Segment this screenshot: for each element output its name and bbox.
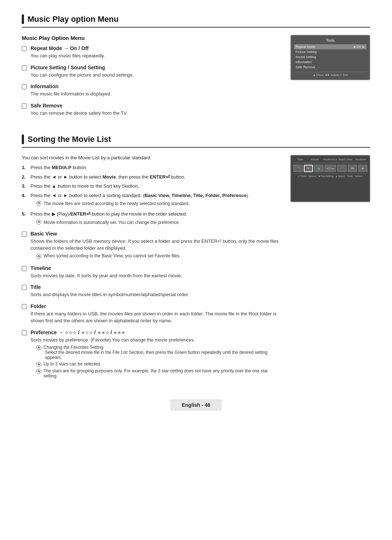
section1-title: Music Play option Menu [22, 15, 370, 28]
note-icon-pref2: N [36, 362, 41, 367]
tv-screenshot-music: Tools Repeat Mode ◄ On ► Picture Setting… [290, 35, 370, 80]
note-icon-4: N [36, 201, 41, 206]
tv-menu-saferemove: Safe Remove [294, 65, 367, 70]
note-icon-pref3: N [36, 369, 41, 374]
check-label-folder: Folder [30, 303, 283, 309]
section2-intro: You can sort movies in the Movie List by… [22, 155, 283, 160]
checkbox-title [22, 285, 27, 290]
check-desc-saferemove: You can remove the device safely from th… [30, 110, 283, 117]
tv-divider [293, 163, 367, 163]
check-desc-information: The music file information is displayed. [30, 90, 283, 98]
check-item-title: Title Sorts and displays the movie title… [22, 284, 283, 298]
checkbox-information [22, 84, 27, 89]
check-desc-repeat: You can play music files repeatedly. [30, 52, 283, 60]
note-icon-basicview: N [36, 254, 41, 259]
thumb-2: 🏝 [304, 165, 313, 172]
tv-menu-information: Information [294, 60, 367, 65]
pref-note3: N The stars are for grouping purposes on… [36, 368, 283, 379]
step-1: 1. Press the MEDIA.P button. [22, 164, 283, 171]
pref-note1: N Changing the Favorites Setting Select … [36, 345, 283, 360]
step-4: 4. Press the ◄ or ► button to select a s… [22, 192, 283, 209]
check-item-basicview: Basic View Shows the folders of the USB … [22, 231, 283, 260]
basicview-note: N When sorted according to the Basic Vie… [36, 253, 283, 259]
checkbox-basicview [22, 232, 27, 237]
section2-title-bar [22, 135, 24, 144]
checkbox-picture [22, 65, 27, 70]
check-item-preference: Preference → ☆☆☆ / ★☆☆ / ★★☆ / ★★★ Sorts… [22, 330, 283, 380]
thumb-3: 🎭 [314, 165, 323, 172]
check-desc-folder: If there are many folders in USB, the mo… [30, 310, 283, 324]
check-label-basicview: Basic View [30, 231, 283, 237]
check-desc-basicview: Shows the folders of the USB memory devi… [30, 238, 283, 252]
check-label-title: Title [30, 284, 283, 290]
check-item-folder: Folder If there are many folders in USB,… [22, 303, 283, 324]
checkbox-folder [22, 304, 27, 309]
check-label-timeline: Timeline [30, 265, 283, 271]
tv-menu-repeat: Repeat Mode ◄ On ► [294, 44, 367, 49]
check-item-information: Information The music file information i… [22, 83, 283, 98]
tv-movie-footer: ⏎ SUM Device ■ Fav.Setting ● Select Tool… [293, 173, 367, 178]
check-item-repeat: Repeat Mode → On / Off You can play musi… [22, 45, 283, 60]
tv-thumbnails: 🎬 🏝 🎭 ABCD.avi 🎬 🎞 📽 [293, 165, 367, 172]
section2-steps: 1. Press the MEDIA.P button. 2. Press th… [22, 164, 283, 227]
check-item-picture: Picture Setting / Sound Setting You can … [22, 65, 283, 79]
check-label-preference: Preference → ☆☆☆ / ★☆☆ / ★★☆ / ★★★ [30, 330, 283, 335]
check-desc-picture: You can configure the picture and sound … [30, 71, 283, 79]
page-footer: English - 46 [22, 400, 370, 410]
checkbox-preference [22, 330, 27, 335]
section1-tv-image: Tools Repeat Mode ◄ On ► Picture Setting… [290, 35, 370, 122]
step5-note: N Movie information is automatically set… [36, 219, 187, 226]
section1-content: Music Play Option Menu Repeat Mode → On … [22, 35, 283, 122]
check-item-saferemove: Safe Remove You can remove the device sa… [22, 103, 283, 117]
thumb-6: 🎞 [348, 165, 357, 172]
check-desc-preference: Sorts movies by preference. (Favorite) Y… [30, 336, 283, 344]
check-desc-timeline: Sorts movies by date. It sorts by year a… [30, 272, 283, 279]
tv-menu-sound: Sound Setting [294, 54, 367, 60]
tv-movie-header: Title Folder Preference BasicView Timeli… [293, 158, 367, 161]
tv-screenshot-movie: Title Folder Preference BasicView Timeli… [290, 155, 370, 202]
check-label-picture: Picture Setting / Sound Setting [30, 65, 283, 70]
thumb-5: 🎬 [337, 165, 347, 172]
pref-note2: N Up to 3 stars can be selected. [36, 361, 283, 367]
step-5: 5. Press the ▶ (Play)/ENTER⏎ button to p… [22, 210, 283, 227]
checkbox-timeline [22, 266, 27, 271]
step4-note: N The movie files are sorted according t… [36, 200, 248, 207]
check-item-timeline: Timeline Sorts movies by date. It sorts … [22, 265, 283, 279]
step-2: 2. Press the ◄ or ► button to select Mov… [22, 173, 283, 181]
checkbox-saferemove [22, 103, 27, 109]
section2-title: Sorting the Movie List [22, 135, 370, 148]
section1-title-bar [22, 15, 24, 24]
tv-menu-picture: Picture Setting [294, 49, 367, 54]
note-icon-pref1: N [36, 345, 41, 350]
footer-badge: English - 46 [171, 400, 222, 410]
check-label-saferemove: Safe Remove [30, 103, 283, 109]
tv-title: Tools [294, 38, 367, 42]
section2-content: You can sort movies in the Movie List by… [22, 155, 283, 385]
tv-footer-music: ▲ Move ◄► Adjust ↵ Exit [294, 72, 367, 77]
thumb-7: 📽 [358, 165, 368, 172]
step-3: 3. Press the ▲ button to move to the Sor… [22, 183, 283, 190]
section1-subheading: Music Play Option Menu [22, 35, 283, 41]
note-icon-5: N [36, 220, 41, 225]
thumb-1: 🎬 [293, 165, 303, 172]
section2-tv-image: Title Folder Preference BasicView Timeli… [290, 155, 370, 385]
check-label-information: Information [30, 83, 283, 89]
check-desc-title: Sorts and displays the movie titles in s… [30, 291, 283, 298]
thumb-label: ABCD.avi [324, 165, 336, 172]
checkbox-repeat [22, 46, 27, 51]
check-label-repeat: Repeat Mode → On / Off [30, 45, 283, 51]
